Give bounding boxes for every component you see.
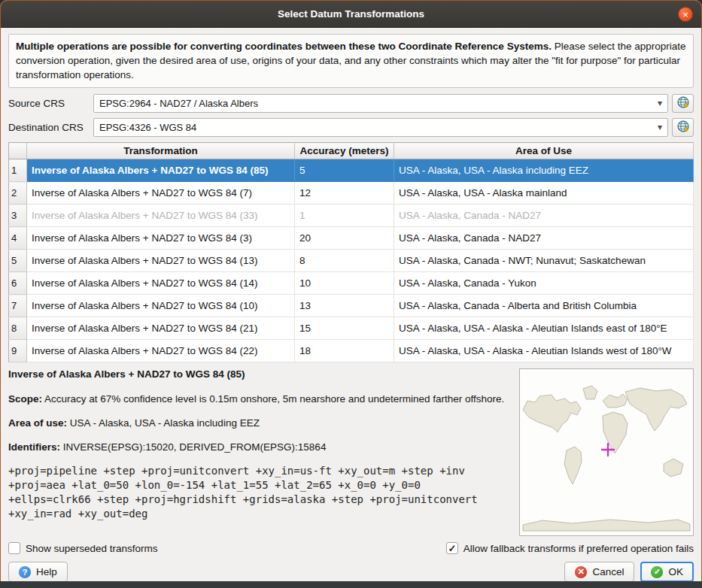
titlebar[interactable]: Select Datum Transformations ×: [1, 1, 701, 28]
table-row[interactable]: 2 Inverse of Alaska Albers + NAD27 to WG…: [9, 182, 694, 205]
scope-label: Scope:: [8, 393, 42, 405]
transformations-table: Transformation Accuracy (meters) Area of…: [8, 142, 694, 362]
cell-accuracy[interactable]: 18: [295, 340, 394, 362]
destination-crs-combobox[interactable]: EPSG:4326 - WGS 84 ▾: [93, 118, 668, 137]
source-crs-value: EPSG:2964 - NAD27 / Alaska Albers: [99, 98, 258, 109]
ok-icon: ✓: [651, 566, 663, 578]
cell-area[interactable]: USA - Alaska, Canada - Alberta and Briti…: [394, 295, 694, 317]
column-header-transformation[interactable]: Transformation: [27, 143, 295, 159]
desktop-background: Select Datum Transformations × Multiple …: [0, 0, 702, 588]
destination-crs-picker-button[interactable]: [672, 118, 694, 137]
source-crs-combobox[interactable]: EPSG:2964 - NAD27 / Alaska Albers ▾: [93, 94, 668, 113]
close-button[interactable]: ×: [678, 7, 693, 22]
column-header-area[interactable]: Area of Use: [394, 143, 694, 159]
cell-area[interactable]: USA - Alaska, Canada - NAD27: [394, 227, 694, 250]
window-title: Select Datum Transformations: [278, 8, 424, 20]
table-row[interactable]: 7 Inverse of Alaska Albers + NAD27 to WG…: [9, 295, 694, 317]
table-corner-cell: [9, 143, 27, 159]
cell-accuracy[interactable]: 10: [295, 272, 394, 295]
chevron-down-icon: ▾: [658, 122, 662, 132]
help-label: Help: [36, 566, 57, 577]
close-icon: ×: [682, 9, 688, 20]
cell-area[interactable]: USA - Alaska, Canada - NWT; Nunavut; Sas…: [394, 250, 694, 272]
row-number: 3: [9, 205, 27, 227]
window-bottom-edge: [0, 581, 702, 588]
cell-accuracy[interactable]: 5: [295, 159, 394, 182]
identifiers-text: INVERSE(EPSG):15020, DERIVED_FROM(EPSG):…: [60, 441, 326, 453]
chevron-down-icon: ▾: [658, 98, 662, 108]
select-datum-transformations-dialog: Select Datum Transformations × Multiple …: [0, 0, 702, 581]
checkbox-box-unchecked[interactable]: [8, 542, 20, 554]
scope-text: Accuracy at 67% confidence level is 0.15…: [42, 393, 504, 405]
row-number: 5: [9, 250, 27, 272]
identifiers-label: Identifiers:: [8, 441, 60, 453]
row-number: 8: [9, 317, 27, 340]
cell-accuracy[interactable]: 12: [295, 182, 394, 205]
details-title: Inverse of Alaska Albers + NAD27 to WGS …: [8, 368, 510, 380]
row-number: 1: [9, 159, 27, 182]
world-map: [520, 369, 693, 535]
cell-accuracy[interactable]: 15: [295, 317, 394, 340]
cell-accuracy[interactable]: 1: [295, 205, 394, 227]
table-row[interactable]: 9 Inverse of Alaska Albers + NAD27 to WG…: [9, 340, 694, 362]
table-row[interactable]: 1 Inverse of Alaska Albers + NAD27 to WG…: [9, 159, 694, 182]
allow-fallback-label: Allow fallback transforms if preferred o…: [463, 543, 694, 554]
cell-transformation[interactable]: Inverse of Alaska Albers + NAD27 to WGS …: [27, 182, 295, 205]
cell-area[interactable]: USA - Alaska, USA - Alaska - Aleutian Is…: [394, 340, 694, 362]
cell-transformation[interactable]: Inverse of Alaska Albers + NAD27 to WGS …: [27, 250, 295, 272]
cell-area[interactable]: USA - Alaska, USA - Alaska mainland: [394, 182, 694, 205]
details-identifiers: Identifiers: INVERSE(EPSG):15020, DERIVE…: [8, 440, 505, 454]
cancel-icon: ✕: [575, 566, 587, 578]
crs-globe-icon: [676, 95, 690, 111]
show-superseded-checkbox[interactable]: Show superseded transforms: [8, 542, 158, 554]
description-box: Multiple operations are possible for con…: [8, 34, 694, 88]
cell-transformation[interactable]: Inverse of Alaska Albers + NAD27 to WGS …: [27, 295, 295, 317]
checkbox-box-checked[interactable]: ✓: [446, 542, 458, 554]
table-row[interactable]: 5 Inverse of Alaska Albers + NAD27 to WG…: [9, 250, 694, 272]
cell-transformation[interactable]: Inverse of Alaska Albers + NAD27 to WGS …: [27, 272, 295, 295]
table-row[interactable]: 3 Inverse of Alaska Albers + NAD27 to WG…: [9, 205, 694, 227]
ok-button[interactable]: ✓ OK: [640, 562, 694, 581]
row-number: 2: [9, 182, 27, 205]
row-number: 4: [9, 227, 27, 250]
table-row[interactable]: 6 Inverse of Alaska Albers + NAD27 to WG…: [9, 272, 694, 295]
transformation-details: Inverse of Alaska Albers + NAD27 to WGS …: [8, 368, 510, 536]
details-area-of-use: Area of use: USA - Alaska, USA - Alaska …: [8, 416, 505, 430]
source-crs-picker-button[interactable]: [672, 94, 694, 113]
table-header-row: Transformation Accuracy (meters) Area of…: [9, 143, 694, 159]
cancel-label: Cancel: [592, 566, 624, 577]
cell-area[interactable]: USA - Alaska, Canada - NAD27: [394, 205, 694, 227]
destination-crs-label: Destination CRS: [8, 122, 93, 133]
allow-fallback-checkbox[interactable]: ✓ Allow fallback transforms if preferred…: [446, 542, 694, 554]
help-icon: ?: [19, 566, 31, 578]
cell-transformation[interactable]: Inverse of Alaska Albers + NAD27 to WGS …: [27, 227, 295, 250]
source-crs-label: Source CRS: [8, 98, 93, 109]
cell-area[interactable]: USA - Alaska, USA - Alaska including EEZ: [394, 159, 694, 182]
table-row[interactable]: 8 Inverse of Alaska Albers + NAD27 to WG…: [9, 317, 694, 340]
destination-crs-row: Destination CRS EPSG:4326 - WGS 84 ▾: [8, 118, 694, 137]
table-row[interactable]: 4 Inverse of Alaska Albers + NAD27 to WG…: [9, 227, 694, 250]
cell-area[interactable]: USA - Alaska, USA - Alaska - Aleutian Is…: [394, 317, 694, 340]
cell-accuracy[interactable]: 20: [295, 227, 394, 250]
cell-transformation[interactable]: Inverse of Alaska Albers + NAD27 to WGS …: [27, 205, 295, 227]
area-of-use-label: Area of use:: [8, 417, 67, 429]
column-header-accuracy[interactable]: Accuracy (meters): [295, 143, 394, 159]
area-of-use-map-preview: [519, 368, 694, 536]
dialog-button-row: ? Help ✕ Cancel ✓ OK: [8, 562, 694, 581]
help-button[interactable]: ? Help: [8, 562, 68, 581]
cell-accuracy[interactable]: 8: [295, 250, 394, 272]
row-number: 7: [9, 295, 27, 317]
cancel-button[interactable]: ✕ Cancel: [564, 562, 634, 581]
cell-transformation[interactable]: Inverse of Alaska Albers + NAD27 to WGS …: [27, 317, 295, 340]
cell-transformation[interactable]: Inverse of Alaska Albers + NAD27 to WGS …: [27, 159, 295, 182]
destination-crs-value: EPSG:4326 - WGS 84: [99, 122, 196, 133]
cell-transformation[interactable]: Inverse of Alaska Albers + NAD27 to WGS …: [27, 340, 295, 362]
cell-area[interactable]: USA - Alaska, Canada - Yukon: [394, 272, 694, 295]
row-number: 6: [9, 272, 27, 295]
details-section: Inverse of Alaska Albers + NAD27 to WGS …: [8, 368, 694, 536]
area-of-use-text: USA - Alaska, USA - Alaska including EEZ: [67, 417, 260, 429]
cell-accuracy[interactable]: 13: [295, 295, 394, 317]
antarctica-shape: [523, 520, 690, 531]
check-icon: ✓: [448, 544, 456, 553]
dialog-content: Multiple operations are possible for con…: [1, 28, 701, 581]
